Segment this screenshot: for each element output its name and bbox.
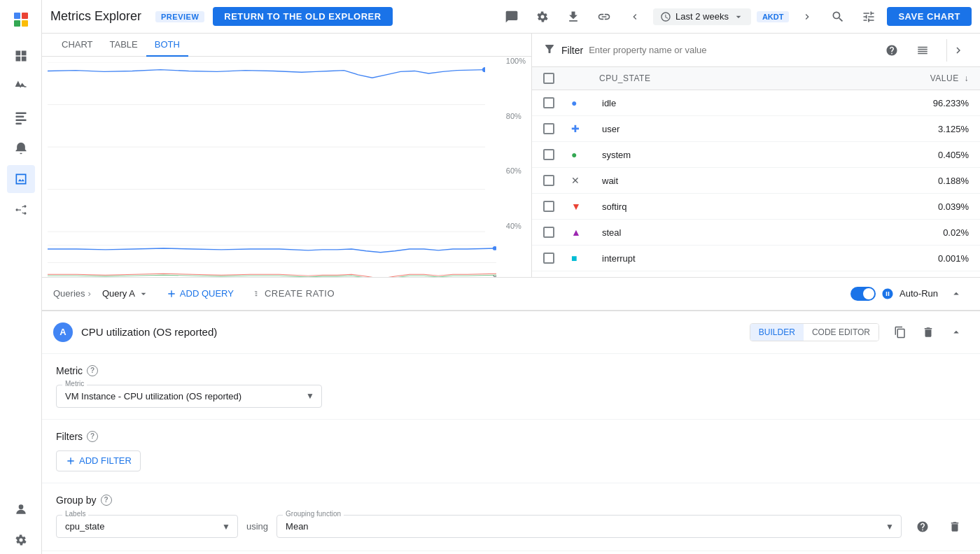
table-row: ● idle 96.233% (532, 90, 980, 116)
row-name-3: wait (599, 176, 885, 186)
row-name-0: idle (599, 98, 885, 108)
chart-area: CHART TABLE BOTH 100% 80% 60% 40% 20% (42, 34, 532, 277)
select-all-checkbox[interactable] (543, 73, 554, 84)
svg-rect-3 (22, 20, 28, 27)
breadcrumb-sep: › (88, 288, 91, 299)
filter-icon (543, 43, 556, 58)
collapse-query-button[interactable] (944, 281, 969, 306)
metric-select-arrow: ▼ (306, 391, 314, 401)
sidebar-item-metrics-explorer[interactable] (7, 165, 35, 193)
group-by-help-icon[interactable]: ? (101, 495, 112, 506)
query-a-select[interactable]: Query A (97, 285, 155, 302)
mini-chart: 0 ✕ (48, 245, 496, 277)
columns-icon[interactable] (910, 38, 935, 63)
filter-input[interactable] (589, 45, 874, 55)
duplicate-query-button[interactable] (888, 320, 913, 345)
sidebar-item-settings[interactable] (7, 526, 35, 554)
filter-title: Filter (561, 45, 583, 56)
sidebar-item-alerts[interactable] (7, 134, 35, 162)
y-label-100: 100% (506, 57, 526, 65)
tab-builder[interactable]: BUILDER (750, 324, 804, 341)
panel-collapse-button[interactable] (946, 39, 969, 62)
table-row: ▼ softirq 0.039% (532, 194, 980, 220)
settings-icon[interactable] (530, 4, 555, 29)
metric-select-wrapper[interactable]: Metric VM Instance - CPU utilization (OS… (56, 385, 322, 408)
sidebar-item-tracing[interactable] (7, 196, 35, 224)
comment-icon[interactable] (499, 4, 524, 29)
tab-table[interactable]: TABLE (102, 34, 146, 57)
main-chart: 0 0 (48, 62, 485, 274)
add-query-button[interactable]: ADD QUERY (160, 285, 239, 302)
query-mode-tabs: BUILDER CODE EDITOR (750, 323, 879, 341)
grouping-function-label: Grouping function (283, 510, 344, 518)
topbar: Metrics Explorer PREVIEW RETURN TO THE O… (42, 0, 980, 34)
grouping-help-icon[interactable] (910, 514, 935, 539)
sidebar-item-dashboard[interactable] (7, 42, 35, 70)
chart-container: 100% 80% 60% 40% 20% (42, 57, 531, 277)
row-icon-3: ✕ (571, 175, 599, 186)
panel-header: Filter (532, 34, 980, 67)
row-checkbox-3[interactable] (543, 175, 554, 186)
row-checkbox-4[interactable] (543, 201, 554, 212)
delete-group-by-button[interactable] (944, 516, 966, 538)
row-checkbox-1[interactable] (543, 123, 554, 134)
row-name-5: steal (599, 227, 885, 238)
table-row: ✕ wait 0.188% (532, 168, 980, 194)
row-icon-0: ● (571, 97, 599, 108)
sidebar-item-logs[interactable] (7, 104, 35, 132)
search-icon[interactable] (825, 4, 850, 29)
row-value-5: 0.02% (885, 227, 969, 238)
row-value-3: 0.188% (885, 176, 969, 186)
row-name-1: user (599, 124, 885, 134)
labels-select-wrapper: Labels cpu_state ▼ (56, 515, 238, 538)
svg-text:→: → (253, 289, 258, 293)
logo-icon[interactable] (7, 6, 35, 34)
row-checkbox-2[interactable] (543, 149, 554, 160)
svg-point-23 (493, 246, 496, 250)
save-chart-button[interactable]: SAVE CHART (887, 7, 972, 26)
metric-help-icon[interactable]: ? (87, 365, 98, 376)
return-to-old-explorer-button[interactable]: RETURN TO THE OLD EXPLORER (213, 7, 392, 26)
add-filter-button[interactable]: ADD FILTER (56, 450, 141, 471)
metric-field-label: Metric (62, 380, 87, 388)
delete-query-button[interactable] (916, 320, 941, 345)
sort-icon: ↓ (965, 73, 969, 83)
sidebar-item-metrics[interactable] (7, 73, 35, 101)
download-icon[interactable] (561, 4, 586, 29)
link-icon[interactable] (592, 4, 617, 29)
row-icon-6: ■ (571, 253, 599, 264)
row-checkbox-0[interactable] (543, 97, 554, 108)
sidebar (0, 0, 42, 554)
svg-rect-1 (22, 13, 28, 19)
filters-label: Filters ? (56, 431, 966, 442)
filter-options-icon[interactable] (856, 4, 881, 29)
collapse-section-button[interactable] (944, 320, 969, 345)
auto-run-switch[interactable] (850, 287, 876, 301)
metric-select[interactable]: Metric VM Instance - CPU utilization (OS… (56, 385, 322, 408)
svg-point-9 (24, 205, 26, 207)
grouping-function-select[interactable]: Grouping function Mean ▼ (276, 515, 902, 538)
row-name-2: system (599, 150, 885, 160)
y-label-60: 60% (506, 166, 526, 175)
svg-point-8 (15, 208, 18, 211)
time-range-picker[interactable]: Last 2 weeks (653, 8, 751, 25)
metric-label: Metric ? (56, 365, 966, 376)
tab-both[interactable]: BOTH (146, 34, 188, 57)
queries-label: Queries (53, 288, 85, 299)
data-table: ● idle 96.233% ✚ user 3.125% ● system 0.… (532, 90, 980, 277)
query-panel: A CPU utilization (OS reported) BUILDER … (42, 311, 980, 555)
sidebar-item-users[interactable] (7, 495, 35, 523)
tab-chart[interactable]: CHART (53, 34, 102, 57)
row-icon-4: ▼ (571, 201, 599, 212)
col-value[interactable]: Value ↓ (885, 73, 969, 83)
labels-select[interactable]: Labels cpu_state ▼ (56, 515, 238, 538)
row-checkbox-5[interactable] (543, 227, 554, 238)
tab-code-editor[interactable]: CODE EDITOR (804, 324, 878, 341)
next-icon[interactable] (794, 4, 820, 29)
filters-help-icon[interactable]: ? (87, 431, 98, 442)
labels-select-arrow: ▼ (222, 522, 230, 532)
create-ratio-button[interactable]: → CREATE RATIO (245, 285, 340, 302)
filter-help-icon[interactable] (879, 38, 904, 63)
prev-icon[interactable] (622, 4, 648, 29)
row-checkbox-6[interactable] (543, 253, 554, 264)
